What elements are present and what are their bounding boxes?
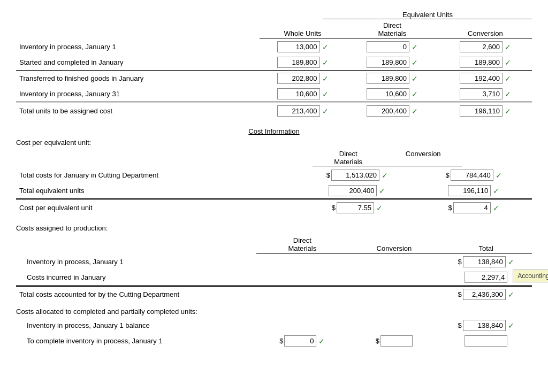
dollar-sign: $ bbox=[458, 321, 462, 329]
check-icon: ✓ bbox=[376, 204, 383, 212]
check-icon: ✓ bbox=[322, 58, 329, 67]
check-icon: ✓ bbox=[493, 187, 499, 195]
check-icon: ✓ bbox=[508, 290, 514, 299]
cost-row: Total equivalent units ✓ ✓ bbox=[16, 183, 532, 199]
assigned-row-label: Costs incurred in January bbox=[16, 270, 256, 286]
total-input-1[interactable] bbox=[465, 272, 507, 283]
table-row-total: Total units to be assigned cost ✓ ✓ bbox=[16, 103, 532, 119]
assigned-row: Costs incurred in January Accounting num… bbox=[16, 270, 532, 286]
eu-header-label: Equivalent Units bbox=[323, 11, 532, 19]
assigned-table: Direct Materials Conversion Total Invent… bbox=[16, 235, 532, 302]
conv-input-4[interactable] bbox=[460, 105, 503, 117]
row-label: Inventory in process, January 31 bbox=[16, 86, 260, 103]
dm-input-1[interactable] bbox=[367, 57, 409, 68]
dollar-sign: $ bbox=[376, 337, 379, 345]
cost-per-unit-label: Cost per equivalent unit: bbox=[16, 139, 532, 147]
whole-units-cell: ✓ bbox=[260, 39, 346, 55]
conv-input-3[interactable] bbox=[460, 88, 503, 99]
dm-input-4[interactable] bbox=[367, 105, 409, 117]
whole-input-4[interactable] bbox=[277, 105, 320, 117]
check-icon: ✓ bbox=[412, 43, 418, 51]
alloc-dm-1[interactable] bbox=[284, 335, 316, 347]
dm-input-2[interactable] bbox=[367, 73, 409, 84]
alloc-conv-1[interactable] bbox=[380, 335, 413, 347]
assigned-label: Costs assigned to production: bbox=[16, 224, 532, 232]
total-input-0[interactable] bbox=[463, 256, 506, 267]
table-row: Inventory in process, January 1 ✓ ✓ bbox=[16, 39, 532, 55]
allocated-label: Costs allocated to completed and partial… bbox=[16, 308, 532, 316]
table-row: Inventory in process, January 31 ✓ ✓ bbox=[16, 86, 532, 103]
whole-input-3[interactable] bbox=[277, 88, 320, 99]
check-icon: ✓ bbox=[318, 337, 325, 345]
whole-input-1[interactable] bbox=[277, 57, 320, 68]
cost-table: Total costs for January in Cutting Depar… bbox=[16, 167, 532, 216]
dollar-sign: $ bbox=[446, 171, 450, 179]
check-icon: ✓ bbox=[379, 187, 385, 195]
dm-input-3[interactable] bbox=[367, 88, 409, 99]
cost-row: Total costs for January in Cutting Depar… bbox=[16, 167, 532, 183]
dm-input-0[interactable] bbox=[367, 41, 409, 52]
conv-input-2[interactable] bbox=[460, 73, 503, 84]
conv-input-1[interactable] bbox=[460, 57, 503, 68]
assigned-row: Inventory in process, January 1 $ ✓ bbox=[16, 254, 532, 270]
table-row: Transferred to finished goods in January… bbox=[16, 71, 532, 87]
check-icon: ✓ bbox=[412, 58, 418, 67]
cost-conv-input-2[interactable] bbox=[453, 202, 491, 213]
check-icon: ✓ bbox=[322, 90, 329, 98]
dollar-sign: $ bbox=[458, 290, 462, 298]
allocated-row-label: Inventory in process, January 1 balance bbox=[16, 318, 256, 333]
check-icon: ✓ bbox=[505, 58, 511, 67]
check-icon: ✓ bbox=[505, 43, 511, 51]
dollar-sign: $ bbox=[332, 204, 336, 212]
allocated-row: To complete inventory in process, Januar… bbox=[16, 333, 532, 349]
cost-dm-input-2[interactable] bbox=[337, 202, 374, 213]
check-icon: ✓ bbox=[505, 74, 511, 83]
assigned-dm-header: Direct Materials bbox=[256, 235, 348, 254]
check-icon: ✓ bbox=[322, 107, 329, 116]
cost-row-label: Total equivalent units bbox=[16, 183, 299, 199]
dollar-sign: $ bbox=[326, 171, 330, 179]
whole-input-2[interactable] bbox=[277, 73, 320, 84]
top-table: Whole Units Direct Materials Conversion … bbox=[16, 20, 532, 119]
assigned-row-total: Total costs accounted for by the Cutting… bbox=[16, 286, 532, 303]
dm-cell: ✓ bbox=[346, 39, 439, 55]
check-icon: ✓ bbox=[508, 321, 514, 330]
check-icon: ✓ bbox=[505, 107, 511, 116]
cost-dm-input-1[interactable] bbox=[329, 185, 377, 196]
total-input-2[interactable] bbox=[463, 289, 506, 300]
cost-info-header: Cost Information bbox=[16, 127, 532, 135]
cost-conv-input-0[interactable] bbox=[451, 170, 493, 181]
alloc-total-1[interactable] bbox=[465, 335, 507, 347]
check-icon: ✓ bbox=[382, 171, 388, 180]
row-label: Inventory in process, January 1 bbox=[16, 39, 260, 55]
cost-row-total: Cost per equivalent unit $ ✓ $ ✓ bbox=[16, 199, 532, 216]
check-icon: ✓ bbox=[508, 258, 514, 266]
col-conv-header: Conversion bbox=[439, 20, 532, 39]
accounting-tooltip: Accounting numeric field bbox=[513, 270, 548, 282]
row-label: Transferred to finished goods in January bbox=[16, 71, 260, 87]
alloc-total-0[interactable] bbox=[463, 320, 506, 331]
assigned-row-label: Total costs accounted for by the Cutting… bbox=[16, 286, 256, 303]
check-icon: ✓ bbox=[412, 107, 418, 116]
check-icon: ✓ bbox=[505, 90, 511, 98]
check-icon: ✓ bbox=[493, 204, 499, 212]
allocated-row: Inventory in process, January 1 balance … bbox=[16, 318, 532, 333]
whole-input-0[interactable] bbox=[277, 41, 320, 52]
cost-conv-header: Conversion bbox=[406, 150, 441, 166]
check-icon: ✓ bbox=[412, 74, 418, 83]
page-container: Equivalent Units Whole Units Direct Mate… bbox=[16, 11, 532, 349]
cost-row-label: Total costs for January in Cutting Depar… bbox=[16, 167, 299, 183]
check-icon: ✓ bbox=[322, 74, 329, 83]
cost-dm-input-0[interactable] bbox=[331, 170, 379, 181]
conv-input-0[interactable] bbox=[460, 41, 503, 52]
allocated-row-label: To complete inventory in process, Januar… bbox=[16, 333, 256, 349]
conv-cell: ✓ bbox=[439, 39, 532, 55]
table-row: Started and completed in January ✓ ✓ bbox=[16, 55, 532, 71]
check-icon: ✓ bbox=[412, 90, 418, 98]
cost-conv-input-1[interactable] bbox=[448, 185, 491, 196]
dollar-sign: $ bbox=[279, 337, 283, 345]
cost-row-label: Cost per equivalent unit bbox=[16, 199, 299, 216]
tooltip-wrapper: Accounting numeric field bbox=[465, 272, 507, 283]
col-whole-units-header: Whole Units bbox=[260, 20, 346, 39]
row-label: Started and completed in January bbox=[16, 55, 260, 71]
